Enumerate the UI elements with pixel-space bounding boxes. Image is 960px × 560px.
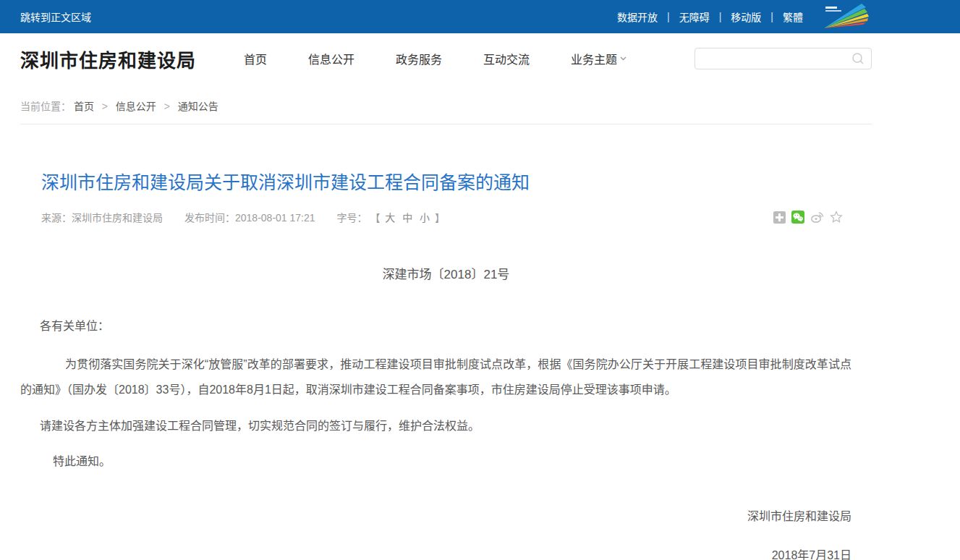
weibo-icon[interactable]: [810, 211, 824, 224]
article: 深圳市住房和建设局关于取消深圳市建设工程合同备案的通知 来源：深圳市住房和建设局…: [20, 170, 872, 560]
chevron-down-icon: [620, 56, 626, 61]
breadcrumb-info-disclosure[interactable]: 信息公开: [116, 101, 156, 112]
nav-business-topics-label: 业务主题: [571, 50, 617, 67]
breadcrumb-divider: [20, 124, 872, 124]
fontsize-label: 字号：: [337, 212, 368, 224]
fontsize-small-button[interactable]: 小: [420, 212, 430, 224]
site-header: 深圳市住房和建设局 首页 信息公开 政务服务 互动交流 业务主题: [0, 33, 960, 84]
signature: 深圳市住房和建设局: [20, 504, 872, 529]
topbar-links: 数据开放 | 无障碍 | 移动版 | 繁體: [608, 2, 872, 31]
favorite-star-icon[interactable]: [830, 211, 843, 224]
topbar-link-traditional[interactable]: 繁體: [783, 9, 803, 24]
breadcrumb-label: 当前位置：: [20, 101, 71, 112]
fontsize-large-button[interactable]: 大: [385, 212, 395, 224]
article-meta: 来源：深圳市住房和建设局 发布时间：2018-08-01 17:21 字号： 【…: [41, 210, 851, 224]
topbar-separator: |: [770, 11, 773, 22]
breadcrumb-home[interactable]: 首页: [74, 101, 94, 112]
notice-paragraph: 为贯彻落实国务院关于深化“放管服”改革的部署要求，推动工程建设项目审批制度试点改…: [20, 352, 872, 402]
nav-info-disclosure[interactable]: 信息公开: [308, 50, 354, 67]
skip-to-content-link[interactable]: 跳转到正文区域: [20, 9, 91, 24]
signature-date: 2018年7月31日: [20, 543, 872, 560]
shenzhen-gov-wing-logo-icon[interactable]: [820, 2, 872, 31]
breadcrumb: 当前位置： 首页 > 信息公开 > 通知公告: [20, 84, 872, 124]
wechat-icon[interactable]: [791, 211, 804, 224]
search-icon[interactable]: [851, 52, 865, 65]
topbar-separator: |: [719, 11, 722, 22]
share-plus-icon[interactable]: [773, 211, 786, 224]
topbar-link-accessibility[interactable]: 无障碍: [679, 9, 710, 24]
nav-home[interactable]: 首页: [244, 50, 267, 67]
breadcrumb-separator: >: [102, 101, 108, 112]
site-title: 深圳市住房和建设局: [20, 46, 196, 72]
breadcrumb-notices[interactable]: 通知公告: [178, 101, 218, 112]
fontsize-bracket-open: 【: [370, 212, 380, 224]
topbar-link-mobile[interactable]: 移动版: [731, 9, 761, 24]
topbar-separator: |: [667, 11, 670, 22]
article-publish-time: 发布时间：2018-08-01 17:21: [184, 210, 315, 224]
main-nav: 首页 信息公开 政务服务 互动交流 业务主题: [244, 50, 626, 67]
article-title: 深圳市住房和建设局关于取消深圳市建设工程合同备案的通知: [41, 170, 851, 195]
fontsize-bracket-close: 】: [435, 212, 445, 224]
salutation: 各有关单位：: [20, 313, 872, 339]
topbar-link-data-open[interactable]: 数据开放: [617, 9, 658, 24]
breadcrumb-separator: >: [164, 101, 170, 112]
notice-paragraph: 请建设各方主体加强建设工程合同管理，切实规范合同的签订与履行，维护合法权益。: [20, 413, 872, 438]
topbar: 跳转到正文区域 数据开放 | 无障碍 | 移动版 | 繁體: [0, 0, 960, 33]
fontsize-medium-button[interactable]: 中: [402, 212, 412, 224]
article-source: 来源：深圳市住房和建设局: [41, 210, 163, 224]
doc-number: 深建市场〔2018〕21号: [20, 262, 872, 287]
nav-interaction[interactable]: 互动交流: [483, 50, 530, 67]
nav-business-topics[interactable]: 业务主题: [571, 50, 626, 67]
notice-paragraph: 特此通知。: [20, 449, 872, 474]
share-bar: [773, 211, 843, 224]
fontsize-control: 字号： 【 大 中 小 】: [337, 210, 445, 224]
search-box: [694, 48, 872, 69]
article-body: 深建市场〔2018〕21号 各有关单位： 为贯彻落实国务院关于深化“放管服”改革…: [20, 262, 872, 560]
nav-gov-services[interactable]: 政务服务: [396, 50, 442, 67]
search-input[interactable]: [702, 53, 851, 64]
